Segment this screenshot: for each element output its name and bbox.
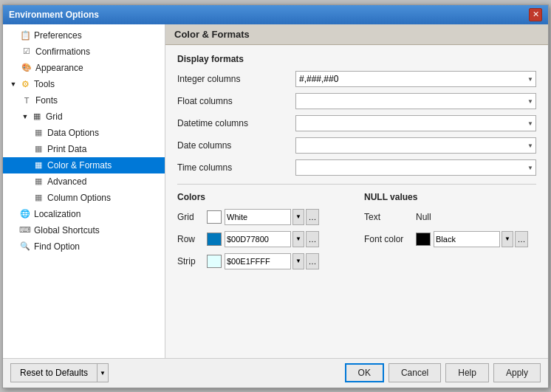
content-body: Display formats Integer columns #,###,##… (165, 45, 548, 358)
row-color-select[interactable]: $00D77800 (225, 231, 291, 247)
two-col-section: Colors Grid White ▼ … (177, 192, 536, 275)
sidebar-item-advanced[interactable]: ▦ Advanced (3, 173, 165, 190)
integer-columns-select[interactable]: #,###,##0 (295, 71, 536, 87)
grid-color-control: White ▼ … (207, 209, 319, 225)
sidebar-label-advanced: Advanced (47, 176, 86, 187)
row-color-row: Row $00D77800 ▼ … (177, 230, 349, 248)
grid-expand-icon: ▼ (21, 112, 30, 121)
sidebar-item-tools[interactable]: ▼ ⚙ Tools (3, 76, 165, 92)
sidebar-item-localization[interactable]: 🌐 Localization (3, 206, 165, 222)
float-columns-select[interactable] (295, 93, 536, 109)
section-divider (177, 184, 536, 185)
row-color-dropdown-btn[interactable]: ▼ (292, 231, 304, 247)
colors-section: Colors Grid White ▼ … (177, 192, 349, 275)
grid-color-swatch (207, 210, 222, 224)
find-option-icon: 🔍 (19, 241, 31, 252)
null-font-color-more-btn[interactable]: … (515, 231, 528, 247)
float-columns-control (295, 93, 536, 109)
tools-expand-icon: ▼ (9, 80, 18, 89)
strip-color-label: Strip (177, 256, 207, 267)
fonts-icon: T (21, 94, 32, 106)
sidebar-label-tools: Tools (34, 79, 55, 89)
appearance-icon: 🎨 (21, 62, 32, 74)
sidebar: 📋 Preferences ☑ Confirmations 🎨 Appearan… (3, 24, 165, 358)
date-columns-control (295, 137, 536, 154)
strip-color-dropdown-btn[interactable]: ▼ (292, 253, 304, 269)
help-button[interactable]: Help (445, 363, 489, 382)
main-window: Environment Options ✕ 📋 Preferences ☑ Co… (2, 4, 549, 388)
sidebar-label-appearance: Appearance (35, 63, 83, 73)
null-font-color-select[interactable]: Black (434, 231, 500, 247)
preferences-icon: 📋 (19, 30, 31, 41)
sidebar-label-fonts: Fonts (35, 95, 58, 106)
integer-columns-control: #,###,##0 (295, 71, 536, 87)
bottom-bar: Reset to Defaults ▼ OK Cancel Help Apply (3, 358, 548, 388)
sidebar-label-localization: Localization (34, 209, 81, 219)
sidebar-label-global-shortcuts: Global Shortcuts (34, 225, 100, 235)
sidebar-item-column-options[interactable]: ▦ Column Options (3, 190, 165, 206)
sidebar-item-grid[interactable]: ▼ ▦ Grid (3, 109, 165, 125)
grid-color-label: Grid (177, 212, 207, 222)
cancel-button[interactable]: Cancel (389, 363, 441, 382)
confirmations-icon: ☑ (21, 46, 32, 58)
date-columns-row: Date columns (177, 137, 536, 154)
strip-color-row: Strip $00E1FFFF ▼ … (177, 252, 349, 270)
sidebar-item-data-options[interactable]: ▦ Data Options (3, 125, 165, 141)
global-shortcuts-icon: ⌨ (19, 224, 31, 236)
grid-color-select[interactable]: White (225, 209, 291, 225)
integer-columns-row: Integer columns #,###,##0 (177, 70, 536, 88)
null-text-row: Text Null (364, 208, 536, 226)
sidebar-item-confirmations[interactable]: ☑ Confirmations (3, 44, 165, 60)
time-columns-row: Time columns (177, 159, 536, 176)
null-font-color-dropdown-btn[interactable]: ▼ (502, 231, 513, 247)
window-title: Environment Options (9, 10, 99, 20)
strip-color-more-btn[interactable]: … (306, 253, 319, 269)
sidebar-item-color-formats[interactable]: ▦ Color & Formats (3, 157, 165, 173)
sidebar-item-preferences[interactable]: 📋 Preferences (3, 27, 165, 44)
ok-button[interactable]: OK (345, 363, 384, 382)
null-text-label: Text (364, 212, 416, 222)
reset-defaults-split-button: Reset to Defaults ▼ (10, 363, 109, 382)
sidebar-label-preferences: Preferences (34, 30, 82, 41)
strip-color-select[interactable]: $00E1FFFF (225, 253, 291, 269)
sidebar-item-print-data[interactable]: ▦ Print Data (3, 141, 165, 157)
expand-icon (9, 31, 18, 40)
time-columns-control (295, 159, 536, 176)
sidebar-item-find-option[interactable]: 🔍 Find Option (3, 238, 165, 255)
title-bar: Environment Options ✕ (3, 5, 548, 24)
float-columns-label: Float columns (177, 96, 295, 106)
sidebar-item-fonts[interactable]: T Fonts (3, 92, 165, 109)
bottom-right: OK Cancel Help Apply (345, 363, 541, 382)
sidebar-label-find-option: Find Option (34, 241, 80, 252)
null-text-value: Null (416, 212, 431, 222)
advanced-icon: ▦ (32, 176, 44, 188)
grid-color-dropdown-btn[interactable]: ▼ (292, 209, 304, 225)
content-header: Color & Formats (165, 24, 548, 45)
grid-color-row: Grid White ▼ … (177, 208, 349, 226)
row-color-swatch (207, 233, 222, 246)
date-columns-select[interactable] (295, 137, 536, 154)
datetime-columns-label: Datetime columns (177, 118, 295, 128)
apply-button[interactable]: Apply (493, 363, 541, 382)
datetime-columns-select[interactable] (295, 115, 536, 131)
sidebar-item-global-shortcuts[interactable]: ⌨ Global Shortcuts (3, 222, 165, 238)
sidebar-label-print-data: Print Data (47, 144, 86, 154)
row-color-label: Row (177, 234, 207, 244)
tools-icon: ⚙ (19, 78, 31, 90)
color-formats-icon: ▦ (32, 159, 44, 171)
find-expand-icon (9, 242, 18, 251)
reset-defaults-arrow[interactable]: ▼ (97, 363, 109, 382)
sidebar-item-appearance[interactable]: 🎨 Appearance (3, 60, 165, 76)
null-values-section: NULL values Text Null Font color Black (364, 192, 536, 275)
null-values-title: NULL values (364, 192, 536, 202)
grid-color-more-btn[interactable]: … (306, 209, 319, 225)
reset-defaults-button[interactable]: Reset to Defaults (10, 363, 97, 382)
sidebar-label-confirmations: Confirmations (35, 47, 90, 57)
data-options-icon: ▦ (32, 127, 44, 139)
time-columns-select[interactable] (295, 159, 536, 176)
row-color-more-btn[interactable]: … (306, 231, 319, 247)
close-button[interactable]: ✕ (529, 8, 542, 21)
print-data-icon: ▦ (32, 143, 44, 155)
null-font-color-label: Font color (364, 234, 416, 244)
main-content: 📋 Preferences ☑ Confirmations 🎨 Appearan… (3, 24, 548, 358)
